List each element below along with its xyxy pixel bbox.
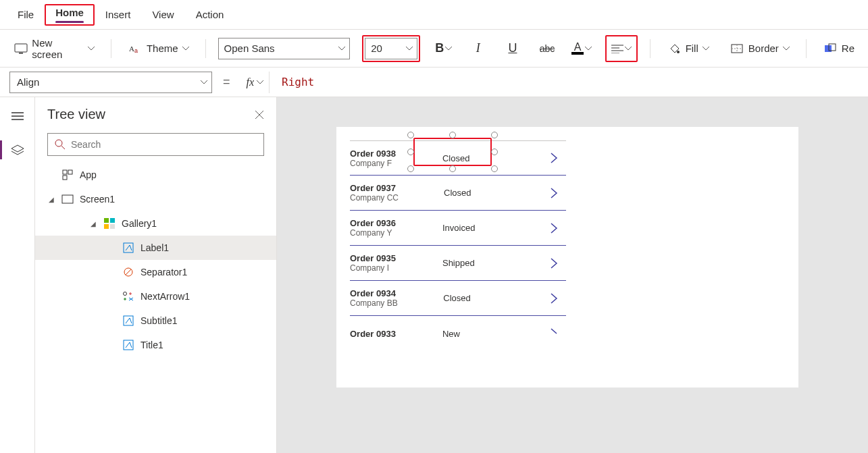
- tree-item-subtitle[interactable]: Subtitle1: [35, 309, 276, 333]
- hamburger-button[interactable]: [5, 104, 30, 128]
- border-icon: [730, 43, 744, 55]
- svg-point-31: [124, 292, 127, 296]
- row-arrow[interactable]: [550, 152, 566, 164]
- gallery-row[interactable]: Order 0937 Company CC Closed: [350, 176, 566, 211]
- row-subtitle: Company CC: [350, 193, 399, 203]
- tree-item-screen[interactable]: ◢ Screen1: [35, 187, 276, 211]
- label-icon: [122, 338, 135, 352]
- divider: [111, 39, 111, 58]
- canvas[interactable]: Order 0938 Company F Closed Order 0937 C…: [277, 97, 868, 453]
- selection-handles: [411, 135, 494, 169]
- svg-rect-24: [62, 195, 73, 203]
- row-arrow[interactable]: [550, 222, 566, 234]
- underline-button[interactable]: U: [501, 38, 524, 59]
- tree-item-gallery[interactable]: ◢ Gallery1: [35, 211, 276, 236]
- chevron-down-icon: [257, 80, 263, 84]
- tree-item-app[interactable]: App: [35, 163, 276, 187]
- layers-icon: [11, 144, 24, 155]
- search-input[interactable]: [71, 139, 257, 150]
- svg-rect-33: [124, 340, 133, 350]
- tree-item-title[interactable]: Title1: [35, 333, 276, 357]
- fill-button[interactable]: Fill: [663, 40, 713, 57]
- strikethrough-button[interactable]: abc: [536, 38, 558, 59]
- close-icon: [255, 110, 264, 119]
- font-color-button[interactable]: A: [571, 38, 593, 59]
- row-arrow[interactable]: [550, 187, 566, 199]
- border-button[interactable]: Border: [725, 40, 794, 57]
- svg-rect-32: [124, 316, 133, 325]
- gallery-row[interactable]: Order 0933 New: [350, 316, 566, 351]
- row-title: Order 0933: [350, 329, 396, 339]
- text-align-button[interactable]: [608, 38, 635, 59]
- svg-rect-28: [110, 224, 115, 229]
- border-label: Border: [748, 43, 779, 54]
- menu-action[interactable]: Action: [185, 5, 235, 24]
- expander-icon[interactable]: ◢: [47, 196, 55, 203]
- new-screen-button[interactable]: New screen: [9, 34, 99, 63]
- close-button[interactable]: [255, 110, 264, 119]
- tree-item-label: Subtitle1: [141, 315, 177, 326]
- menu-view-label: View: [152, 9, 174, 20]
- row-subtitle: Company BB: [350, 298, 398, 308]
- menu-insert-label: Insert: [105, 9, 131, 20]
- bold-button[interactable]: B: [432, 38, 455, 59]
- formula-input[interactable]: [276, 72, 859, 93]
- row-subtitle: Company Y: [350, 228, 396, 238]
- selection-overlay[interactable]: [413, 138, 492, 166]
- search-wrap: [47, 133, 264, 156]
- row-status: Closed: [444, 188, 505, 198]
- font-name-select[interactable]: Open Sans: [218, 38, 351, 59]
- reorder-icon: [823, 43, 838, 55]
- tree-item-label1[interactable]: Label1: [35, 236, 276, 260]
- gallery-row[interactable]: Order 0934 Company BB Closed: [350, 281, 566, 316]
- app-icon: [61, 168, 74, 182]
- reorder-button[interactable]: Re: [819, 40, 859, 57]
- gallery-row[interactable]: Order 0936 Company Y Invoiced: [350, 211, 566, 246]
- row-title: Order 0937: [350, 183, 399, 193]
- theme-label: Theme: [147, 43, 178, 54]
- menu-file[interactable]: File: [7, 5, 45, 24]
- menu-home[interactable]: Home: [45, 4, 95, 26]
- tree-list: App ◢ Screen1 ◢ Gallery1 Label1 Separato…: [35, 163, 276, 453]
- ribbon: New screen Aa Theme Open Sans 20 B I U a…: [0, 30, 868, 68]
- gallery-row[interactable]: Order 0935 Company I Shipped: [350, 246, 566, 281]
- svg-rect-0: [15, 44, 27, 52]
- row-arrow[interactable]: [550, 292, 566, 304]
- tree-view-rail-button[interactable]: [5, 138, 30, 162]
- chevron-right-icon: [550, 292, 558, 304]
- tree-item-label: Title1: [141, 340, 163, 350]
- svg-rect-1: [19, 53, 23, 54]
- menu-home-label: Home: [55, 7, 84, 18]
- align-highlight: [605, 35, 638, 62]
- chevron-down-icon: [445, 47, 452, 51]
- row-arrow[interactable]: [550, 327, 566, 340]
- reorder-label: Re: [842, 43, 854, 54]
- tree-view-pane: Tree view App ◢ Screen1 ◢: [35, 97, 277, 453]
- property-select[interactable]: Align: [9, 72, 212, 93]
- menu-insert[interactable]: Insert: [95, 5, 142, 24]
- row-status: Shipped: [442, 258, 503, 268]
- divider: [205, 39, 206, 58]
- chevron-down-icon: [88, 47, 95, 51]
- svg-rect-22: [68, 170, 72, 174]
- main-area: Tree view App ◢ Screen1 ◢: [0, 97, 868, 453]
- hamburger-icon: [11, 111, 24, 121]
- chevron-down-icon: [338, 47, 345, 51]
- italic-button[interactable]: I: [467, 38, 489, 59]
- font-size-select[interactable]: 20: [365, 38, 417, 59]
- menu-view[interactable]: View: [141, 5, 184, 24]
- tree-item-nextarrow[interactable]: NextArrow1: [35, 284, 276, 309]
- menu-bar: File Home Insert View Action: [0, 0, 868, 30]
- artboard[interactable]: Order 0938 Company F Closed Order 0937 C…: [336, 127, 798, 388]
- tree-item-separator[interactable]: Separator1: [35, 260, 276, 284]
- search-box[interactable]: [47, 133, 264, 156]
- svg-text:a: a: [134, 47, 138, 54]
- theme-button[interactable]: Aa Theme: [124, 40, 193, 57]
- expander-icon[interactable]: ◢: [89, 220, 97, 228]
- fx-button[interactable]: fx: [241, 72, 270, 93]
- menu-file-label: File: [18, 9, 34, 20]
- row-status: New: [442, 329, 503, 339]
- gallery-preview[interactable]: Order 0938 Company F Closed Order 0937 C…: [350, 140, 566, 351]
- row-arrow[interactable]: [550, 257, 566, 269]
- new-screen-icon: [14, 43, 28, 55]
